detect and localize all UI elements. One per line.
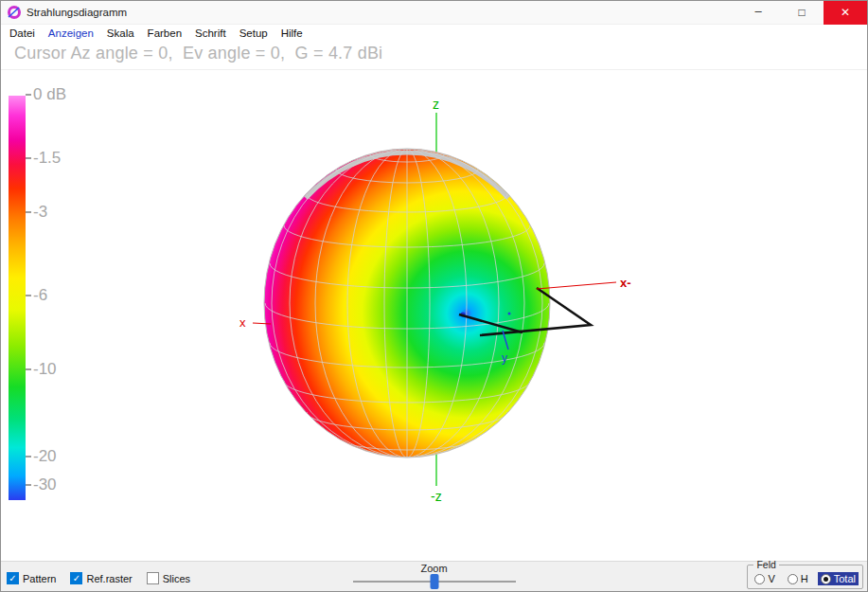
radiation-pattern-3d[interactable]: x x- y z -z bbox=[1, 42, 868, 563]
x-axis-label: x bbox=[239, 315, 246, 330]
feld-radio-v[interactable]: V bbox=[752, 572, 777, 585]
menu-item-schrift[interactable]: Schrift bbox=[188, 27, 233, 39]
menu-item-anzeigen[interactable]: Anzeigen bbox=[42, 27, 100, 39]
window-title: Strahlungsdiagramm bbox=[27, 7, 127, 18]
radio-icon bbox=[754, 574, 765, 584]
minimize-button[interactable]: – bbox=[736, 1, 780, 25]
refraster-checkbox[interactable]: ✓ Ref.raster bbox=[70, 572, 132, 584]
menu-item-skala[interactable]: Skala bbox=[100, 27, 141, 39]
feld-group: Feld V H Total bbox=[747, 559, 863, 589]
radio-icon bbox=[788, 574, 798, 584]
window-controls: – □ ✕ bbox=[736, 1, 867, 25]
checkbox-empty-icon bbox=[147, 572, 159, 584]
checkbox-check-icon: ✓ bbox=[7, 572, 19, 584]
feld-options: V H Total bbox=[752, 572, 859, 585]
slices-checkbox[interactable]: Slices bbox=[147, 572, 190, 584]
refraster-checkbox-label: Ref.raster bbox=[86, 573, 132, 584]
titlebar: Strahlungsdiagramm – □ ✕ bbox=[1, 1, 867, 25]
zoom-slider-track[interactable] bbox=[353, 581, 516, 583]
menu-item-hilfe[interactable]: Hilfe bbox=[275, 27, 310, 39]
slices-checkbox-label: Slices bbox=[163, 573, 190, 584]
app-window: Strahlungsdiagramm – □ ✕ Datei Anzeigen … bbox=[0, 0, 868, 592]
feld-radio-h[interactable]: H bbox=[785, 572, 811, 585]
zoom-slider-thumb[interactable] bbox=[430, 574, 438, 589]
y-axis-label: y bbox=[502, 351, 507, 365]
feld-radio-h-label: H bbox=[801, 573, 808, 584]
maximize-button[interactable]: □ bbox=[780, 1, 824, 25]
radio-selected-icon bbox=[821, 574, 831, 584]
zoom-label: Zoom bbox=[340, 563, 529, 574]
display-checkboxes: ✓ Pattern ✓ Ref.raster Slices bbox=[7, 572, 190, 584]
feld-radio-total-label: Total bbox=[834, 573, 856, 584]
x-minus-axis-label: x- bbox=[620, 276, 631, 290]
z-axis-label: z bbox=[433, 97, 439, 112]
checkbox-check-icon: ✓ bbox=[70, 572, 82, 584]
pattern-checkbox[interactable]: ✓ Pattern bbox=[7, 572, 56, 584]
menu-item-datei[interactable]: Datei bbox=[3, 27, 42, 39]
close-button[interactable]: ✕ bbox=[824, 1, 867, 25]
bottom-toolbar: ✓ Pattern ✓ Ref.raster Slices Zoom Feld bbox=[1, 561, 867, 591]
y-axis-dot bbox=[508, 313, 511, 315]
feld-legend: Feld bbox=[753, 559, 778, 570]
z-minus-axis-label: -z bbox=[431, 489, 442, 504]
menu-item-farben[interactable]: Farben bbox=[141, 27, 188, 39]
feld-radio-total[interactable]: Total bbox=[818, 572, 859, 585]
app-icon bbox=[7, 5, 22, 20]
plot-canvas: Cursor Az angle = 0, Ev angle = 0, G = 4… bbox=[1, 42, 867, 561]
feld-radio-v-label: V bbox=[768, 573, 774, 584]
menu-item-setup[interactable]: Setup bbox=[233, 27, 275, 39]
pattern-checkbox-label: Pattern bbox=[23, 573, 56, 584]
menubar: Datei Anzeigen Skala Farben Schrift Setu… bbox=[1, 25, 867, 42]
zoom-control: Zoom bbox=[340, 563, 529, 583]
